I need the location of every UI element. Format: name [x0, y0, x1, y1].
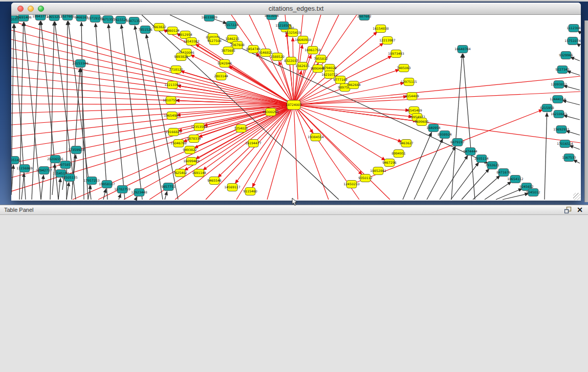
svg-text:9777169: 9777169 — [333, 78, 347, 81]
svg-text:19384554: 19384554 — [308, 135, 324, 139]
svg-text:14569117: 14569117 — [224, 185, 241, 189]
svg-text:2803144: 2803144 — [214, 74, 228, 78]
svg-text:1112304: 1112304 — [567, 26, 581, 30]
float-window-icon[interactable] — [564, 207, 572, 213]
network-desktop: citations_edges.txt 18724007766382298601… — [0, 0, 588, 205]
svg-text:9493822: 9493822 — [183, 148, 197, 151]
svg-text:5878334: 5878334 — [187, 137, 201, 140]
svg-text:1588520: 1588520 — [270, 55, 285, 58]
svg-text:17957253: 17957253 — [83, 179, 100, 182]
svg-text:19166825: 19166825 — [165, 130, 182, 134]
svg-text:20691406: 20691406 — [15, 15, 32, 19]
svg-text:3875685: 3875685 — [221, 49, 235, 52]
window-titlebar[interactable]: citations_edges.txt — [11, 3, 581, 15]
svg-text:16210722: 16210722 — [321, 73, 338, 76]
svg-text:11545409: 11545409 — [406, 108, 422, 112]
svg-text:8938924: 8938924 — [438, 133, 452, 136]
svg-text:9474444: 9474444 — [463, 149, 477, 153]
svg-text:9350112: 9350112 — [358, 176, 373, 180]
window-resize-grip[interactable] — [573, 193, 580, 200]
svg-text:12093832: 12093832 — [551, 82, 567, 86]
svg-text:8471676: 8471676 — [496, 170, 511, 174]
svg-text:9893821: 9893821 — [174, 55, 188, 58]
svg-text:8994951: 8994951 — [391, 151, 406, 155]
svg-text:9699695: 9699695 — [415, 120, 429, 123]
svg-text:16154838: 16154838 — [373, 27, 389, 30]
cytoscape-app: citations_edges.txt 18724007766382298601… — [0, 0, 588, 372]
svg-text:9467296: 9467296 — [382, 161, 397, 164]
svg-text:17016514: 17016514 — [557, 142, 573, 145]
svg-text:11156869: 11156869 — [16, 166, 33, 170]
svg-text:16640910: 16640910 — [295, 38, 311, 41]
network-canvas[interactable]: 1872400776638229860124891295416543382224… — [11, 15, 581, 201]
table-panel-titlebar[interactable]: Table Panel ✕ — [0, 205, 588, 215]
svg-text:2687682: 2687682 — [357, 15, 372, 18]
svg-text:20206556: 20206556 — [47, 157, 63, 161]
svg-text:9115460: 9115460 — [243, 189, 257, 193]
svg-text:16782759: 16782759 — [114, 187, 130, 191]
svg-text:15218506: 15218506 — [275, 24, 292, 27]
svg-text:10654112: 10654112 — [507, 177, 524, 181]
network-view-window[interactable]: citations_edges.txt 18724007766382298601… — [11, 3, 581, 201]
svg-text:9860124: 9860124 — [165, 29, 180, 32]
svg-text:12975115: 12975115 — [401, 80, 417, 83]
svg-text:2935114: 2935114 — [474, 157, 489, 160]
svg-text:16210643: 16210643 — [551, 112, 567, 116]
close-icon[interactable]: ✕ — [577, 206, 583, 213]
svg-text:15046788: 15046788 — [170, 141, 187, 145]
svg-text:12505135: 12505135 — [61, 176, 78, 179]
svg-text:2718120: 2718120 — [169, 68, 183, 71]
svg-text:16961758: 16961758 — [304, 48, 321, 52]
svg-text:7462664: 7462664 — [346, 83, 361, 86]
svg-text:8454749: 8454749 — [246, 47, 260, 51]
svg-text:8505141: 8505141 — [11, 158, 21, 162]
svg-text:1167533: 1167533 — [562, 156, 576, 159]
svg-text:8215958: 8215958 — [540, 106, 554, 110]
svg-text:12213987: 12213987 — [379, 38, 396, 42]
svg-text:19654985: 19654985 — [164, 114, 180, 117]
svg-text:18724007: 18724007 — [286, 103, 302, 106]
svg-text:9465546: 9465546 — [207, 179, 222, 182]
svg-text:12923448: 12923448 — [131, 190, 147, 194]
svg-text:18107554: 18107554 — [163, 98, 179, 102]
svg-text:16099489: 16099489 — [183, 159, 200, 163]
svg-text:9975857: 9975857 — [58, 163, 73, 166]
svg-text:9227343: 9227343 — [555, 68, 570, 71]
svg-text:1640954: 1640954 — [426, 126, 441, 129]
svg-text:9794028: 9794028 — [322, 66, 337, 70]
svg-text:12213393: 12213393 — [164, 83, 181, 86]
svg-text:1527602: 1527602 — [60, 15, 75, 18]
svg-text:8813054: 8813054 — [265, 15, 279, 17]
svg-text:9463627: 9463627 — [399, 141, 413, 145]
svg-text:9146821: 9146821 — [258, 51, 273, 54]
svg-text:8322037: 8322037 — [284, 59, 298, 62]
svg-text:12450210: 12450210 — [343, 182, 360, 186]
svg-text:15751074: 15751074 — [564, 39, 581, 42]
svg-text:7254021: 7254021 — [234, 126, 248, 130]
svg-text:12444154: 12444154 — [550, 97, 566, 101]
svg-text:16194477: 16194477 — [245, 141, 262, 145]
svg-text:7932621: 7932621 — [485, 163, 499, 167]
svg-text:15692931: 15692931 — [553, 127, 570, 131]
svg-text:9245652: 9245652 — [519, 185, 534, 188]
svg-text:6879197: 6879197 — [450, 140, 465, 144]
svg-text:2367608: 2367608 — [230, 43, 245, 47]
svg-text:9857751: 9857751 — [161, 185, 176, 188]
desktop-right-strip — [584, 20, 588, 202]
svg-text:7625402: 7625402 — [173, 171, 187, 174]
svg-text:9127508: 9127508 — [207, 39, 222, 42]
svg-text:12353591: 12353591 — [191, 125, 207, 128]
svg-text:10973493: 10973493 — [388, 52, 404, 55]
svg-text:16033809: 16033809 — [201, 15, 217, 19]
svg-text:7485063: 7485063 — [397, 66, 411, 70]
svg-text:6466161: 6466161 — [74, 15, 89, 19]
svg-text:11325419: 11325419 — [285, 31, 301, 34]
svg-text:10653257: 10653257 — [46, 15, 62, 18]
table-panel-title: Table Panel — [4, 207, 34, 213]
citation-network-graph[interactable]: 1872400776638229860124891295416543382224… — [11, 15, 581, 201]
svg-text:1562615: 1562615 — [295, 64, 310, 68]
svg-text:1691144: 1691144 — [192, 171, 206, 174]
svg-text:9154409: 9154409 — [405, 94, 419, 98]
svg-text:10871355: 10871355 — [126, 19, 142, 23]
svg-text:12942737: 12942737 — [36, 168, 52, 172]
